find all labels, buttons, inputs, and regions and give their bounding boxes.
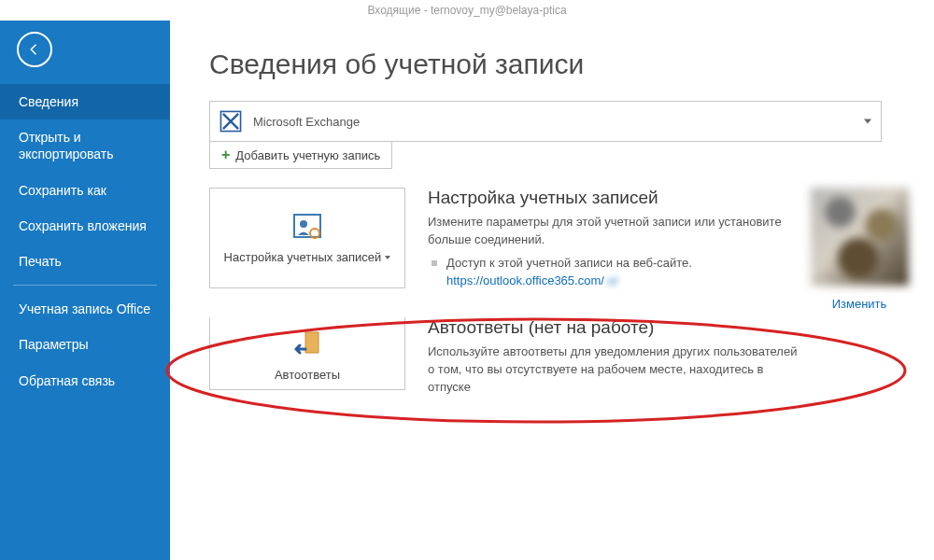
sidebar-item-office-account[interactable]: Учетная запись Office: [0, 291, 170, 327]
sidebar-item-open-export[interactable]: Открыть и экспортировать: [0, 119, 170, 172]
account-settings-tile-label: Настройка учетных записей: [224, 250, 391, 265]
change-photo-link[interactable]: Изменить: [832, 297, 887, 311]
sidebar-item-info[interactable]: Сведения: [0, 84, 170, 119]
svg-rect-4: [305, 332, 318, 353]
account-selector[interactable]: Microsoft Exchange: [209, 101, 882, 142]
sidebar-item-print[interactable]: Печать: [0, 244, 170, 279]
add-account-button[interactable]: + Добавить учетную запись: [209, 142, 392, 169]
web-access-text: Доступ к этой учетной записи на веб-сайт…: [446, 256, 692, 270]
plus-icon: +: [221, 147, 230, 163]
account-settings-tile[interactable]: Настройка учетных записей: [209, 188, 405, 288]
bullet-icon: [432, 260, 437, 266]
account-settings-description: Измените параметры для этой учетной запи…: [428, 214, 801, 249]
account-settings-icon: [290, 211, 324, 245]
svg-point-2: [300, 220, 307, 228]
sidebar-item-save-attachments[interactable]: Сохранить вложения: [0, 208, 170, 244]
backstage-sidebar: Сведения Открыть и экспортировать Сохран…: [0, 21, 170, 560]
owa-link[interactable]: https://outlook.office365.com/ u/: [446, 273, 617, 287]
sidebar-item-feedback[interactable]: Обратная связь: [0, 363, 170, 399]
page-title: Сведения об учетной записи: [209, 49, 906, 80]
sidebar-separator: [13, 285, 157, 286]
autoreply-tile[interactable]: Автоответы: [209, 317, 405, 389]
chevron-down-icon: [385, 256, 390, 259]
account-settings-heading: Настройка учетных записей: [428, 188, 801, 208]
chevron-down-icon: [864, 119, 871, 124]
window-title: Входящие - ternovoy_my@belaya-ptica: [0, 0, 934, 21]
exchange-icon: [216, 106, 246, 136]
add-account-label: Добавить учетную запись: [235, 148, 380, 162]
account-type-label: Microsoft Exchange: [253, 115, 360, 129]
back-button[interactable]: [17, 32, 52, 67]
autoreply-description: Используйте автоответы для уведомления д…: [428, 343, 801, 397]
main-panel: Сведения об учетной записи Microsoft Exc…: [170, 21, 934, 560]
sidebar-item-options[interactable]: Параметры: [0, 327, 170, 362]
account-photo: [811, 188, 909, 286]
autoreply-icon: [290, 329, 324, 362]
sidebar-item-save-as[interactable]: Сохранить как: [0, 173, 170, 208]
autoreply-heading: Автоответы (нет на работе): [428, 317, 801, 338]
autoreply-tile-label: Автоответы: [275, 368, 340, 383]
arrow-left-icon: [26, 41, 43, 58]
